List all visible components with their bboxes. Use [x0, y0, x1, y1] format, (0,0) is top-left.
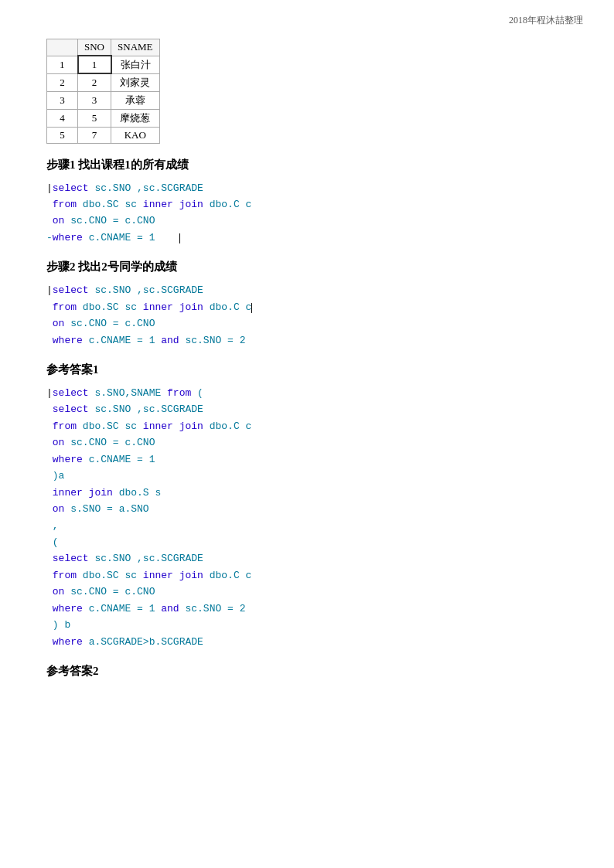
col-header-sname: SNAME: [111, 39, 160, 56]
sno-val: 3: [78, 91, 111, 109]
row-num: 1: [47, 56, 78, 73]
row-num: 2: [47, 73, 78, 91]
sname-val: 摩烧葱: [111, 109, 160, 127]
col-header-sno: SNO: [78, 39, 111, 56]
row-num: 5: [47, 127, 78, 143]
header-right: 2018年程沐喆整理: [509, 14, 583, 27]
row-num: 4: [47, 109, 78, 127]
table-row: 5 7 KAO: [47, 127, 160, 143]
table-row: 1 1 张白汁: [47, 56, 160, 73]
step2-code: |select sc.SNO ,sc.SCGRADE from dbo.SC s…: [46, 282, 568, 349]
table-row: 4 5 摩烧葱: [47, 109, 160, 127]
ref1-heading: 参考答案1: [46, 363, 568, 377]
table-row: 2 2 刘家灵: [47, 73, 160, 91]
sname-val: 承蓉: [111, 91, 160, 109]
sno-val: 5: [78, 109, 111, 127]
step1-heading: 步骤1 找出课程1的所有成绩: [46, 158, 568, 172]
row-num: 3: [47, 91, 78, 109]
table-row: 3 3 承蓉: [47, 91, 160, 109]
step1-code: |select sc.SNO ,sc.SCGRADE from dbo.SC s…: [46, 180, 568, 247]
sname-val: 张白汁: [111, 56, 160, 73]
ref1-code: |select s.SNO,SNAME from ( select sc.SNO…: [46, 385, 568, 650]
data-table: SNO SNAME 1 1 张白汁 2 2 刘家灵 3 3 承蓉 4 5: [46, 39, 160, 144]
sname-val: KAO: [111, 127, 160, 143]
sname-val: 刘家灵: [111, 73, 160, 91]
ref2-heading: 参考答案2: [46, 664, 568, 679]
col-header-empty: [47, 39, 78, 56]
sno-val: 2: [78, 73, 111, 91]
table-container: SNO SNAME 1 1 张白汁 2 2 刘家灵 3 3 承蓉 4 5: [46, 39, 568, 144]
sno-val: 1: [78, 56, 111, 73]
step2-heading: 步骤2 找出2号同学的成绩: [46, 260, 568, 274]
sno-val: 7: [78, 127, 111, 143]
